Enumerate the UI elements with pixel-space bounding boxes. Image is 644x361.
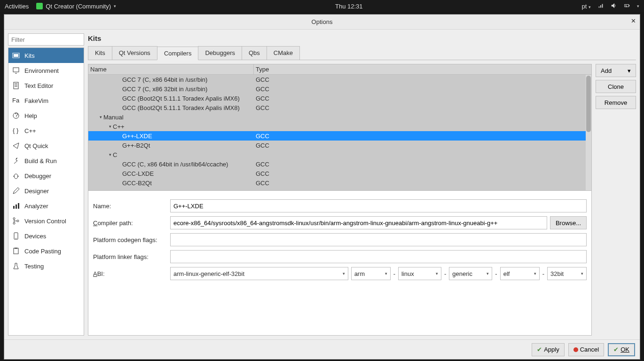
- abi-arch-select[interactable]: arm▾: [351, 267, 391, 280]
- tab-cmake[interactable]: CMake: [267, 46, 300, 60]
- tab-kits[interactable]: Kits: [88, 46, 112, 60]
- tree-row-type: GCC: [254, 180, 591, 187]
- tree-row[interactable]: ▾C++: [88, 122, 591, 131]
- tree-header: Name Type: [88, 64, 591, 75]
- remove-button[interactable]: Remove: [596, 96, 636, 109]
- sidebar-item-environment[interactable]: Environment: [8, 63, 84, 78]
- volume-icon[interactable]: [611, 2, 617, 10]
- tree-row[interactable]: GCC (Boot2Qt 5.11.1 Toradex Apalis iMX6)…: [88, 94, 591, 103]
- scrollbar[interactable]: [586, 75, 591, 190]
- sidebar-item-code-pasting[interactable]: Code Pasting: [8, 243, 84, 259]
- browse-button[interactable]: Browse...: [550, 216, 587, 229]
- tree-row[interactable]: ▾Manual: [88, 112, 591, 122]
- dash: -: [495, 270, 497, 277]
- sidebar-item-label: Kits: [24, 52, 35, 59]
- main-panel: Kits Kits Qt Versions Compilers Debugger…: [88, 33, 636, 336]
- tab-compilers[interactable]: Compilers: [157, 47, 199, 60]
- fakevim-icon: Fake: [12, 97, 20, 104]
- cancel-button[interactable]: Cancel: [568, 343, 604, 356]
- tree-row[interactable]: GCC 7 (C, x86 32bit in /usr/bin)GCC: [88, 84, 591, 94]
- close-icon[interactable]: ✕: [631, 17, 636, 24]
- expand-icon[interactable]: ▾: [107, 124, 113, 129]
- scroll-thumb[interactable]: [586, 76, 591, 132]
- svg-point-26: [17, 220, 19, 222]
- compiler-path-label: Compiler path:: [93, 220, 167, 227]
- col-type[interactable]: Type: [254, 64, 591, 74]
- name-input[interactable]: [170, 199, 587, 212]
- tree-row[interactable]: GCC (C, x86 64bit in /usr/lib64/ccache)G…: [88, 159, 591, 169]
- compiler-path-input[interactable]: [170, 216, 547, 229]
- sidebar-item-label: Build & Run: [24, 157, 57, 165]
- ok-button[interactable]: ✔OK: [608, 343, 635, 356]
- network-icon[interactable]: [597, 2, 604, 10]
- tree-row[interactable]: ▾C: [88, 150, 591, 159]
- svg-point-25: [13, 222, 15, 224]
- col-name[interactable]: Name: [88, 64, 254, 74]
- expand-icon[interactable]: ▾: [98, 115, 103, 119]
- abi-os-select[interactable]: linux▾: [398, 267, 441, 280]
- svg-text:Fake: Fake: [12, 97, 20, 104]
- linker-input[interactable]: [170, 250, 587, 263]
- sidebar-item-help[interactable]: ? Help: [8, 108, 84, 123]
- abi-format-select[interactable]: elf▾: [500, 267, 540, 280]
- sidebar-item-fakevim[interactable]: Fake FakeVim: [8, 93, 84, 108]
- tree-row[interactable]: G++-LXDEGCC: [88, 131, 591, 141]
- tab-qbs[interactable]: Qbs: [242, 46, 267, 60]
- abi-flavor-select[interactable]: generic▾: [449, 267, 492, 280]
- tree-row-name: GCC 7 (C, x86 64bit in /usr/bin): [122, 76, 207, 83]
- activities-button[interactable]: Activities: [5, 3, 29, 10]
- sidebar-item-label: Code Pasting: [24, 248, 61, 255]
- sidebar-item-qt-quick[interactable]: Qt Quick: [8, 138, 84, 153]
- qt-icon: [36, 3, 43, 9]
- compiler-tree: Name Type GCC 7 (C, x86 64bit in /usr/bi…: [88, 64, 592, 191]
- system-menu-icon[interactable]: ▾: [637, 4, 639, 8]
- codegen-input[interactable]: [170, 233, 587, 246]
- clone-button[interactable]: Clone: [596, 80, 636, 93]
- dialog-titlebar: Options ✕: [4, 15, 640, 30]
- chart-icon: [12, 202, 20, 210]
- tab-qt-versions[interactable]: Qt Versions: [112, 46, 157, 60]
- gnome-topbar: Activities Qt Creator (Community) ▾ Thu …: [0, 0, 644, 12]
- sidebar-item-cpp[interactable]: { } C++: [8, 123, 84, 138]
- stop-icon: [573, 347, 578, 352]
- lang-indicator[interactable]: pt ▾: [582, 3, 591, 10]
- svg-point-18: [14, 174, 18, 179]
- tree-row[interactable]: GCC (Boot2Qt 5.11.1 Toradex Apalis iMX8)…: [88, 103, 591, 112]
- sidebar-item-build-run[interactable]: Build & Run: [8, 153, 84, 168]
- sidebar-item-analyzer[interactable]: Analyzer: [8, 198, 84, 213]
- clock[interactable]: Thu 12:31: [116, 3, 582, 10]
- tree-row-type: GCC: [254, 161, 591, 168]
- tree-row-name: C: [113, 151, 117, 158]
- compiler-detail: Name: Compiler path: Browse... Platform …: [88, 191, 592, 336]
- sidebar-item-text-editor[interactable]: Text Editor: [8, 78, 84, 93]
- tree-row[interactable]: GCC-LXDEGCC: [88, 169, 591, 178]
- qtquick-icon: [12, 142, 20, 149]
- sidebar-item-devices[interactable]: Devices: [8, 228, 84, 243]
- braces-icon: { }: [12, 127, 20, 134]
- battery-icon[interactable]: [624, 2, 630, 10]
- abi-width-select[interactable]: 32bit▾: [547, 267, 587, 280]
- tree-row[interactable]: G++-B2QtGCC: [88, 141, 591, 150]
- sidebar-item-debugger[interactable]: Debugger: [8, 168, 84, 183]
- sidebar-item-testing[interactable]: Testing: [8, 259, 84, 274]
- app-menu[interactable]: Qt Creator (Community) ▾: [36, 3, 116, 10]
- sidebar-item-label: Debugger: [24, 173, 51, 180]
- filter-input[interactable]: [8, 33, 84, 46]
- sidebar-item-label: Devices: [24, 233, 46, 240]
- sidebar-item-version-control[interactable]: Version Control: [8, 213, 84, 228]
- tab-debuggers[interactable]: Debuggers: [198, 46, 242, 60]
- sidebar-item-designer[interactable]: Designer: [8, 183, 84, 198]
- add-button[interactable]: Add▾: [596, 64, 636, 77]
- abi-full-select[interactable]: arm-linux-generic-elf-32bit▾: [170, 267, 348, 280]
- sidebar-item-label: Analyzer: [24, 203, 48, 210]
- tree-row[interactable]: GCC 7 (C, x86 64bit in /usr/bin)GCC: [88, 75, 591, 84]
- tree-row-name: C++: [113, 123, 125, 130]
- svg-marker-3: [612, 3, 614, 8]
- tree-row[interactable]: GCC-B2QtGCC: [88, 178, 591, 188]
- apply-button[interactable]: ✔Apply: [532, 343, 565, 356]
- svg-rect-29: [14, 248, 18, 254]
- tree-body[interactable]: GCC 7 (C, x86 64bit in /usr/bin)GCCGCC 7…: [88, 75, 591, 190]
- expand-icon[interactable]: ▾: [107, 152, 113, 157]
- options-dialog: Options ✕ Kits Environment Text Editor: [4, 14, 640, 360]
- sidebar-item-kits[interactable]: Kits: [8, 48, 84, 63]
